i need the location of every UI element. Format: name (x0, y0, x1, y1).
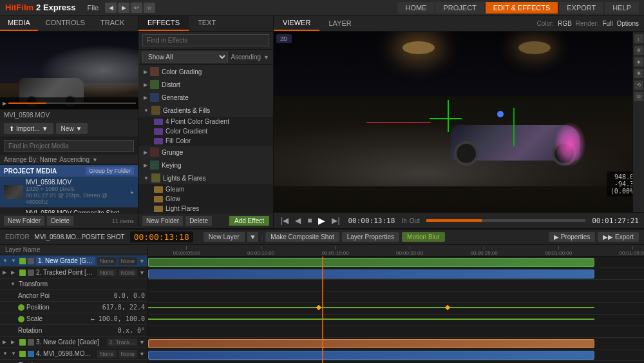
effect-item[interactable]: Color Gradient (138, 126, 273, 136)
preview-play[interactable]: ▶ (3, 101, 6, 106)
expand-icon2[interactable]: ▼ (11, 351, 17, 357)
export-btn[interactable]: ▶▶ Export (598, 232, 639, 242)
layer-mode[interactable]: None (118, 269, 138, 277)
tool-btn[interactable]: ⊡ (634, 92, 643, 101)
category-distort[interactable]: ▶ Distort (138, 78, 273, 91)
layer-options[interactable]: ▼ (139, 339, 145, 346)
layer-row[interactable]: ▼ ▼ 1. New Grade [Grade] None None ▼ (0, 255, 147, 267)
expand-icon[interactable]: ▼ (3, 258, 9, 264)
layer-audio-toggle[interactable] (28, 351, 34, 357)
layer-row[interactable]: ▼ Tracker (0, 360, 147, 363)
tool-btn[interactable]: ✥ (634, 69, 643, 78)
tab-layer[interactable]: LAYER (319, 16, 360, 30)
layer-row[interactable]: Anchor Poi 0.0, 0.0 (0, 290, 147, 302)
tab-media[interactable]: MEDIA (0, 15, 38, 31)
add-effect-button[interactable]: Add Effect (229, 216, 269, 226)
tool-btn[interactable]: ↕ (634, 34, 643, 43)
tab-track[interactable]: TRACK (93, 15, 132, 31)
editor-timecode[interactable]: 00:00:13:18 (130, 231, 193, 242)
media-item[interactable]: MVI_0598.MOV 1920 × 1080 pixels00:01:27:… (0, 177, 138, 208)
tab-controls[interactable]: CONTROLS (38, 15, 93, 31)
effect-item[interactable]: Light Flares (138, 204, 273, 213)
layer-options[interactable]: ▼ (139, 270, 145, 276)
play-backward-btn[interactable]: ◀ (293, 215, 303, 226)
expand-icon2[interactable]: ▶ (11, 270, 17, 275)
play-btn[interactable]: ▶ (316, 215, 327, 226)
render-value[interactable]: Full (602, 20, 612, 27)
track-clip[interactable] (148, 258, 594, 267)
tool-btn[interactable]: ⟲ (634, 81, 643, 90)
category-lights-flares[interactable]: ▼ Lights & Flares Gleam Glow Light (138, 172, 273, 213)
import-dropdown-icon[interactable]: ▼ (42, 125, 48, 132)
layer-mode[interactable]: None (118, 350, 138, 358)
filter-chevron[interactable]: ▼ (263, 54, 269, 61)
layer-row[interactable]: ▼ Transform (0, 279, 147, 290)
expand-icon[interactable]: ▼ (10, 281, 17, 287)
category-gradients[interactable]: ▼ Gradients & Fills 4 Point Color Gradie… (138, 104, 273, 146)
expand-icon2[interactable]: ▶ (11, 339, 17, 345)
properties-btn[interactable]: ▶ Properties (549, 232, 595, 242)
media-item-arrow[interactable]: ▸ (131, 189, 134, 195)
layer-mode[interactable]: None (118, 257, 138, 265)
layer-vis-toggle[interactable] (19, 351, 26, 357)
delete-fx-button[interactable]: Delete (185, 216, 212, 226)
tab-viewer[interactable]: VIEWER (274, 15, 319, 31)
nav-edit-effects[interactable]: EDIT & EFFECTS (486, 2, 558, 14)
project-search-input[interactable] (4, 140, 134, 152)
category-grunge[interactable]: ▶ Grunge (138, 146, 273, 159)
track-clip[interactable] (148, 270, 594, 279)
tab-text[interactable]: TEXT (189, 15, 225, 31)
timeline-playhead[interactable] (322, 257, 323, 363)
layer-audio-toggle[interactable] (28, 339, 34, 346)
arrange-chevron[interactable]: ▼ (92, 157, 98, 163)
undo-icon[interactable]: ↩ (131, 3, 142, 13)
layer-options[interactable]: ▼ (139, 351, 145, 357)
layer-row[interactable]: Position 617.8, 22.4 (0, 302, 147, 313)
media-item[interactable]: MVI_0598.MOV Composite Shot 1920 × 1080 … (0, 208, 138, 213)
category-color-grading[interactable]: ▶ Color Grading (138, 65, 273, 78)
group-by-folder-btn[interactable]: Group by Folder (86, 167, 134, 175)
layer-audio-toggle[interactable] (28, 258, 34, 264)
new-layer-btn[interactable]: New Layer (204, 232, 245, 242)
prev-frame-btn[interactable]: |◀ (279, 215, 290, 226)
effect-item[interactable]: Glow (138, 194, 273, 204)
expand-icon2[interactable]: ▼ (11, 258, 17, 264)
layer-vis-toggle[interactable] (19, 339, 26, 346)
category-generate[interactable]: ▶ Generate (138, 91, 273, 104)
new-dropdown-icon[interactable]: ▼ (76, 125, 82, 132)
tool-btn[interactable]: ⊕ (634, 46, 643, 55)
track-clip[interactable] (148, 339, 594, 348)
nav-help[interactable]: HELP (605, 2, 639, 14)
layer-dropdown-btn[interactable]: ▼ (247, 232, 259, 242)
file-menu[interactable]: File (82, 3, 104, 13)
layer-row[interactable]: ▼ ▼ 4. MVI_0598.MOV [Media] None None ▼ (0, 348, 147, 360)
effects-search-input[interactable] (142, 34, 269, 46)
nav-home[interactable]: HOME (397, 2, 434, 14)
expand-icon[interactable]: ▶ (3, 339, 9, 345)
tool-btn[interactable]: ◈ (634, 57, 643, 66)
layer-options[interactable]: ▼ (139, 258, 145, 264)
motion-blur-btn[interactable]: Motion Blur (402, 232, 445, 242)
effect-item[interactable]: 4 Point Color Gradient (138, 117, 273, 126)
import-button[interactable]: ⬆ Import... ▼ (4, 123, 53, 134)
track-clip[interactable] (148, 351, 594, 360)
viewer-progress-bar[interactable] (426, 219, 585, 222)
back-icon[interactable]: ◀ (105, 3, 117, 13)
new-folder-fx-button[interactable]: New Folder (142, 216, 183, 226)
nav-project[interactable]: PROJECT (435, 2, 484, 14)
layer-row[interactable]: Rotation 0.x, 0° (0, 325, 147, 337)
timeline-tracks[interactable]: 00:00:05:00 00:00:10:00 00:00:15:00 (148, 245, 644, 363)
forward-icon[interactable]: ▶ (118, 3, 129, 13)
layer-row[interactable]: ▶ ▶ 2. Tracked Point [Point] None None ▼ (0, 267, 147, 279)
nav-export[interactable]: EXPORT (559, 2, 603, 14)
category-keying[interactable]: ▶ Keying (138, 159, 273, 172)
delete-media-button[interactable]: Delete (47, 216, 73, 226)
color-value[interactable]: RGB (558, 20, 572, 27)
expand-icon[interactable]: ▶ (3, 270, 9, 275)
layer-props-btn[interactable]: Layer Properties (342, 232, 399, 242)
effect-item[interactable]: Gleam (138, 184, 273, 194)
tab-effects[interactable]: EFFECTS (138, 15, 189, 31)
effects-filter-dropdown[interactable]: Show All (142, 52, 228, 63)
layer-row[interactable]: Scale ← 100.0, 100.0 (0, 313, 147, 325)
effect-item[interactable]: Fill Color (138, 136, 273, 146)
